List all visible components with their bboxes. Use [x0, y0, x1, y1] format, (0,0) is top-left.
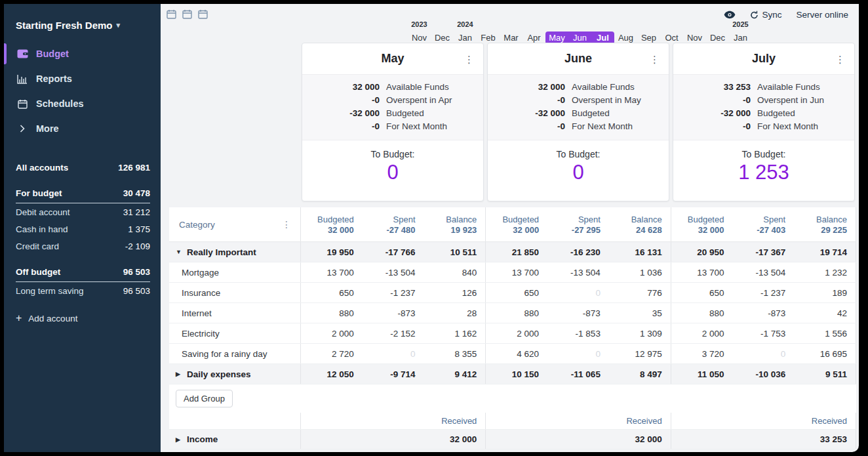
add-account-button[interactable]: + Add account — [16, 312, 161, 324]
cell-balance[interactable]: 9 412 — [424, 364, 486, 384]
cell-spent[interactable]: -11 065 — [547, 364, 609, 384]
cell-spent[interactable]: 0 — [363, 344, 424, 363]
account-row[interactable]: Long term saving96 503 — [16, 282, 150, 299]
cell-spent[interactable]: -13 504 — [363, 262, 424, 282]
cell-budgeted[interactable]: 2 720 — [301, 344, 363, 363]
cell-budgeted[interactable]: 20 950 — [671, 242, 733, 262]
cell-spent[interactable]: -13 504 — [547, 262, 609, 282]
to-budget-value[interactable]: 0 — [488, 161, 669, 184]
category-row-electricity[interactable]: Electricity2 000-2 1521 1622 000-1 8531 … — [169, 323, 856, 344]
cell-budgeted[interactable]: 13 700 — [301, 262, 363, 282]
cell-spent[interactable]: -1 237 — [363, 283, 424, 302]
cell-budgeted[interactable]: 13 700 — [486, 262, 547, 282]
cell-balance[interactable]: 8 355 — [424, 344, 486, 363]
cell-balance[interactable]: 42 — [794, 303, 856, 323]
cell-spent[interactable]: -1 237 — [732, 283, 794, 302]
group-row-income[interactable]: ▶Income32 00032 00033 253 — [169, 430, 856, 449]
category-name-cell[interactable]: Electricity — [169, 323, 300, 343]
cell-balance[interactable]: 1 556 — [794, 323, 856, 343]
cell-budgeted[interactable]: 13 700 — [671, 262, 733, 282]
cell-balance[interactable]: 189 — [794, 283, 856, 302]
column-header-budgeted[interactable]: Budgeted32 000 — [486, 207, 547, 241]
group-name-cell[interactable]: ▶Income — [169, 430, 300, 449]
sidebar-item-more[interactable]: More — [4, 116, 161, 141]
cell-budgeted[interactable]: 650 — [671, 283, 733, 302]
group-name-cell[interactable]: ▶Daily expenses — [169, 364, 300, 384]
cell-spent[interactable]: -10 036 — [732, 364, 794, 384]
one-month-view-button[interactable] — [166, 9, 177, 19]
cell-budgeted[interactable]: 650 — [486, 283, 547, 302]
cell-received[interactable]: 32 000 — [609, 430, 671, 449]
column-header-budgeted[interactable]: Budgeted32 000 — [301, 207, 363, 241]
category-row-mortgage[interactable]: Mortgage13 700-13 50484013 700-13 5041 0… — [169, 262, 856, 283]
cell-balance[interactable]: 19 714 — [794, 242, 856, 262]
cell-spent[interactable]: -1 753 — [732, 323, 794, 343]
category-menu-button[interactable]: ⋮ — [282, 219, 291, 230]
month-menu-button[interactable]: ⋮ — [835, 54, 845, 64]
cell-spent[interactable]: 0 — [547, 283, 609, 302]
cell-received[interactable]: 32 000 — [424, 430, 486, 449]
account-row[interactable]: Debit account31 212 — [16, 203, 150, 220]
category-name-cell[interactable]: Mortgage — [169, 262, 300, 282]
sidebar-item-schedules[interactable]: Schedules — [4, 91, 161, 116]
group-row-really-important[interactable]: ▼Really Important19 950-17 76610 51121 8… — [169, 242, 856, 262]
cell-spent[interactable]: -873 — [363, 303, 424, 323]
to-budget-value[interactable]: 1 253 — [673, 161, 854, 184]
column-header-balance[interactable]: Balance29 225 — [794, 207, 856, 241]
server-status[interactable]: Server online — [796, 10, 848, 20]
cell-balance[interactable]: 776 — [609, 283, 671, 302]
cell-spent[interactable]: -17 766 — [363, 242, 424, 262]
cell-balance[interactable]: 12 975 — [609, 344, 671, 363]
cell-budgeted[interactable]: 2 000 — [301, 323, 363, 343]
group-name-cell[interactable]: ▼Really Important — [169, 242, 300, 262]
account-row[interactable]: Credit card-2 109 — [16, 238, 150, 255]
budget-file-switcher[interactable]: Starting Fresh Demo ▾ — [4, 4, 161, 41]
expand-icon[interactable]: ▶ — [176, 436, 182, 443]
cell-balance[interactable]: 28 — [424, 303, 486, 323]
cell-spent[interactable]: -1 853 — [547, 323, 609, 343]
cell-balance[interactable]: 1 232 — [794, 262, 856, 282]
cell-spent[interactable]: -9 714 — [363, 364, 424, 384]
three-month-view-button[interactable] — [197, 9, 208, 19]
cell-budgeted[interactable]: 11 050 — [671, 364, 733, 384]
cell-budgeted[interactable]: 2 000 — [486, 323, 547, 343]
column-header-balance[interactable]: Balance24 628 — [609, 207, 671, 241]
cell-spent[interactable]: -13 504 — [732, 262, 794, 282]
month-menu-button[interactable]: ⋮ — [650, 54, 660, 64]
column-header-spent[interactable]: Spent-27 480 — [363, 207, 424, 241]
cell-balance[interactable]: 1 162 — [424, 323, 486, 343]
cell-received[interactable]: 33 253 — [794, 430, 856, 449]
account-row[interactable]: Off budget96 503 — [16, 264, 150, 282]
cell-spent[interactable]: -873 — [547, 303, 609, 323]
sidebar-item-reports[interactable]: Reports — [4, 66, 161, 91]
cell-budgeted[interactable]: 880 — [301, 303, 363, 323]
cell-balance[interactable]: 1 309 — [609, 323, 671, 343]
add-group-button[interactable]: Add Group — [176, 390, 233, 407]
cell-budgeted[interactable]: 21 850 — [486, 242, 547, 262]
two-month-view-button[interactable] — [182, 9, 193, 19]
group-row-daily-expenses[interactable]: ▶Daily expenses12 050-9 7149 41210 150-1… — [169, 364, 856, 384]
cell-balance[interactable]: 840 — [424, 262, 486, 282]
month-menu-button[interactable]: ⋮ — [464, 54, 474, 64]
column-header-balance[interactable]: Balance19 923 — [424, 207, 486, 241]
cell-balance[interactable]: 10 511 — [424, 242, 486, 262]
cell-budgeted[interactable]: 2 000 — [671, 323, 733, 343]
sync-button[interactable]: Sync — [750, 10, 781, 20]
category-name-cell[interactable]: Saving for a rainy day — [169, 344, 300, 363]
category-name-cell[interactable]: Internet — [169, 303, 300, 323]
column-header-spent[interactable]: Spent-27 403 — [732, 207, 794, 241]
column-header-budgeted[interactable]: Budgeted32 000 — [671, 207, 733, 241]
cell-balance[interactable]: 1 036 — [609, 262, 671, 282]
cell-spent[interactable]: 0 — [547, 344, 609, 363]
cell-budgeted[interactable]: 880 — [486, 303, 547, 323]
cell-balance[interactable]: 126 — [424, 283, 486, 302]
cell-balance[interactable]: 8 497 — [609, 364, 671, 384]
cell-spent[interactable]: 0 — [732, 344, 794, 363]
column-header-spent[interactable]: Spent-27 295 — [547, 207, 609, 241]
category-row-saving-for-a-rainy-day[interactable]: Saving for a rainy day2 72008 3554 62001… — [169, 344, 856, 364]
cell-budgeted[interactable]: 10 150 — [486, 364, 547, 384]
cell-budgeted[interactable]: 19 950 — [301, 242, 363, 262]
cell-spent[interactable]: -2 152 — [363, 323, 424, 343]
category-row-insurance[interactable]: Insurance650-1 2371266500776650-1 237189 — [169, 283, 856, 303]
to-budget-value[interactable]: 0 — [302, 161, 483, 184]
